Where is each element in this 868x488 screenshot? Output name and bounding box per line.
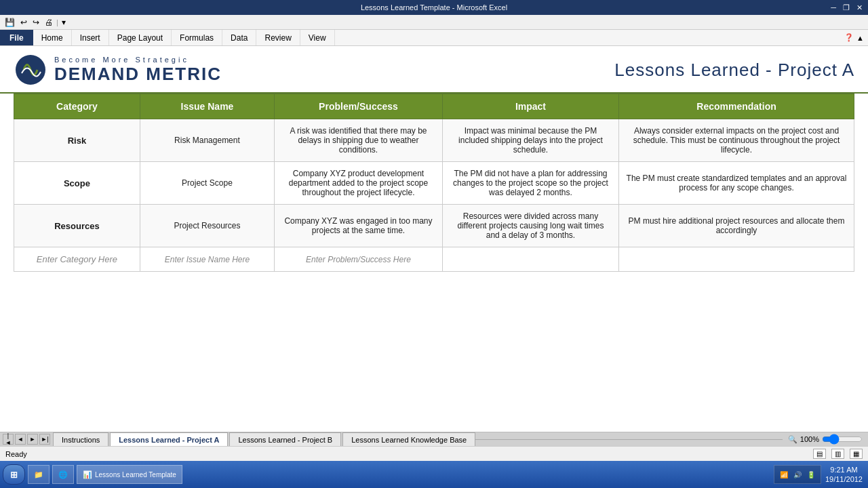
view-buttons: ▤ ▥ ▦: [813, 449, 863, 459]
cell-recommendation[interactable]: The PM must create standardized template…: [619, 162, 854, 205]
page-layout-tab[interactable]: Page Layout: [109, 30, 172, 45]
page-layout-view-button[interactable]: ▥: [831, 449, 844, 459]
status-bar: Ready ▤ ▥ ▦: [0, 446, 868, 461]
window-controls[interactable]: ─ ❐ ✕: [828, 3, 865, 12]
cell-category[interactable]: Risk: [14, 119, 140, 162]
cell-issue[interactable]: Project Resources: [140, 205, 274, 247]
table-row[interactable]: ScopeProject ScopeCompany XYZ product de…: [14, 162, 854, 205]
data-tab[interactable]: Data: [222, 30, 256, 45]
browser-icon: 🌐: [58, 470, 68, 479]
lessons-table: Category Issue Name Problem/Success Impa…: [14, 94, 854, 272]
cell-category[interactable]: Resources: [14, 205, 140, 247]
start-button[interactable]: ⊞: [3, 464, 25, 485]
cell-problem[interactable]: Company XYZ product development departme…: [275, 162, 443, 205]
cell-issue[interactable]: Enter Issue Name Here: [140, 247, 274, 272]
normal-view-button[interactable]: ▤: [813, 449, 826, 459]
quick-print-button[interactable]: 🖨: [43, 17, 55, 28]
minimize-ribbon-icon[interactable]: ▲: [856, 34, 864, 42]
table-header-row: Category Issue Name Problem/Success Impa…: [14, 94, 854, 119]
taskbar-ie[interactable]: 🌐: [52, 465, 74, 484]
redo-button[interactable]: ↪: [31, 17, 41, 28]
windows-logo-icon: ⊞: [10, 470, 18, 480]
customize-button[interactable]: ▾: [60, 17, 68, 28]
ribbon-tabs: Home Insert Page Layout Formulas Data Re…: [33, 30, 335, 45]
status-right: 🔍 100%: [783, 434, 868, 445]
network-icon: 📶: [780, 471, 788, 479]
clock-time: 9:21 AM: [825, 465, 863, 474]
undo-button[interactable]: ↩: [18, 17, 29, 28]
ribbon-right: ❓ ▲: [844, 33, 868, 42]
page-title: Lessons Learned - Project A: [614, 60, 854, 81]
page-break-view-button[interactable]: ▦: [850, 449, 863, 459]
zoom-icon[interactable]: 🔍: [788, 435, 797, 444]
sheet-tabs: InstructionsLessons Learned - Project AL…: [53, 432, 475, 446]
logo-area: Become More Strategic Demand Metric: [14, 53, 222, 87]
header-problem: Problem/Success: [275, 94, 443, 119]
file-tab[interactable]: File: [0, 30, 33, 45]
header-issue: Issue Name: [140, 94, 274, 119]
header-section: Become More Strategic Demand Metric Less…: [0, 46, 868, 94]
save-button[interactable]: 💾: [3, 17, 17, 28]
cell-issue[interactable]: Risk Management: [140, 119, 274, 162]
cell-impact[interactable]: Resources were divided across many diffe…: [442, 205, 618, 247]
taskbar-excel[interactable]: 📊 Lessons Learned Template: [77, 465, 182, 484]
cell-category[interactable]: Scope: [14, 162, 140, 205]
header-category: Category: [14, 94, 140, 119]
sheet-tab-2[interactable]: Lessons Learned - Project B: [229, 432, 341, 446]
clock-date: 19/11/2012: [825, 474, 863, 484]
cell-impact[interactable]: Impact was minimal because the PM includ…: [442, 119, 618, 162]
taskbar-explorer[interactable]: 📁: [28, 465, 50, 484]
home-tab[interactable]: Home: [33, 30, 72, 45]
volume-icon: 🔊: [793, 471, 802, 479]
cell-problem[interactable]: Enter Problem/Success Here: [275, 247, 443, 272]
restore-button[interactable]: ❐: [840, 3, 852, 12]
tab-navigation: |◄ ◄ ► ►|: [0, 432, 53, 446]
table-row[interactable]: RiskRisk ManagementA risk was identified…: [14, 119, 854, 162]
taskbar: ⊞ 📁 🌐 📊 Lessons Learned Template 📶 🔊 🔋 9…: [0, 461, 868, 488]
logo-company-name: Demand Metric: [54, 64, 222, 85]
zoom-level: 100%: [800, 435, 819, 443]
review-tab[interactable]: Review: [256, 30, 300, 45]
header-recommendation: Recommendation: [619, 94, 854, 119]
title-bar: Lessons Learned Template - Microsoft Exc…: [0, 0, 868, 15]
ribbon: File Home Insert Page Layout Formulas Da…: [0, 30, 868, 46]
zoom-slider[interactable]: [822, 434, 863, 445]
battery-icon: 🔋: [807, 471, 815, 479]
sheet-tabs-row: |◄ ◄ ► ►| InstructionsLessons Learned - …: [0, 432, 868, 446]
cell-impact[interactable]: [442, 247, 618, 272]
quick-access-toolbar: 💾 ↩ ↪ 🖨 | ▾: [0, 15, 868, 30]
formulas-tab[interactable]: Formulas: [172, 30, 222, 45]
first-sheet-button[interactable]: |◄: [3, 434, 14, 445]
next-sheet-button[interactable]: ►: [27, 434, 38, 445]
cell-issue[interactable]: Project Scope: [140, 162, 274, 205]
sheet-tab-1[interactable]: Lessons Learned - Project A: [110, 432, 228, 446]
cell-problem[interactable]: Company XYZ was engaged in too many proj…: [275, 205, 443, 247]
sheet-tab-3[interactable]: Lessons Learned Knowledge Base: [342, 432, 475, 446]
cell-recommendation[interactable]: PM must hire additional project resource…: [619, 205, 854, 247]
minimize-button[interactable]: ─: [828, 3, 839, 12]
content-area: Become More Strategic Demand Metric Less…: [0, 46, 868, 432]
lessons-table-wrapper: Category Issue Name Problem/Success Impa…: [0, 94, 868, 432]
view-tab[interactable]: View: [300, 30, 335, 45]
folder-icon: 📁: [34, 470, 43, 479]
close-button[interactable]: ✕: [854, 3, 865, 12]
cell-recommendation[interactable]: Always consider external impacts on the …: [619, 119, 854, 162]
excel-icon: 📊: [83, 470, 92, 479]
cell-recommendation[interactable]: [619, 247, 854, 272]
prev-sheet-button[interactable]: ◄: [15, 434, 26, 445]
table-row[interactable]: Enter Category HereEnter Issue Name Here…: [14, 247, 854, 272]
taskbar-excel-label: Lessons Learned Template: [95, 471, 176, 479]
cell-category[interactable]: Enter Category Here: [14, 247, 140, 272]
table-row[interactable]: ResourcesProject ResourcesCompany XYZ wa…: [14, 205, 854, 247]
cell-impact[interactable]: The PM did not have a plan for addressin…: [442, 162, 618, 205]
help-icon[interactable]: ❓: [844, 33, 854, 42]
cell-problem[interactable]: A risk was identified that there may be …: [275, 119, 443, 162]
logo-tagline: Become More Strategic: [54, 56, 222, 64]
header-impact: Impact: [442, 94, 618, 119]
logo-text: Become More Strategic Demand Metric: [54, 56, 222, 85]
last-sheet-button[interactable]: ►|: [39, 434, 50, 445]
sheet-tab-0[interactable]: Instructions: [53, 432, 108, 446]
insert-tab[interactable]: Insert: [72, 30, 109, 45]
company-logo: [14, 53, 47, 87]
window-title: Lessons Learned Template - Microsoft Exc…: [361, 3, 507, 12]
